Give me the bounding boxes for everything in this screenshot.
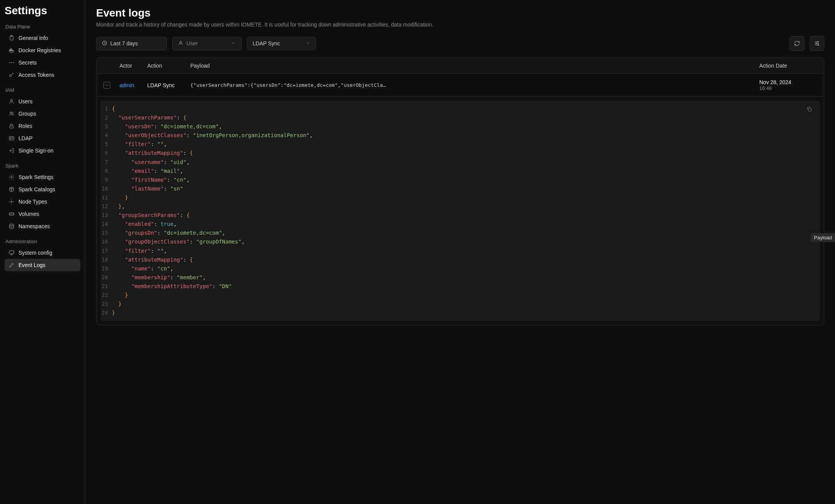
code-line: 21 "membershipAttributeType": "DN" — [100, 282, 820, 291]
date-range-picker[interactable]: Last 7 days — [96, 37, 167, 50]
sidebar-item-spark-catalogs[interactable]: Spark Catalogs — [5, 183, 80, 196]
sidebar-item-label: Docker Registries — [18, 47, 61, 53]
sidebar-item-roles[interactable]: Roles — [5, 120, 80, 132]
line-number: 7 — [100, 158, 112, 167]
line-number: 18 — [100, 255, 112, 264]
action-time: 16:48 — [759, 85, 817, 91]
refresh-button[interactable] — [790, 36, 804, 51]
sidebar-item-system-config[interactable]: System config — [5, 247, 80, 259]
col-action: Action — [147, 63, 190, 69]
sidebar-item-general-info[interactable]: General Info — [5, 32, 80, 44]
sidebar-item-label: Spark Settings — [18, 174, 53, 180]
code-line: 18 "attributeMapping": { — [100, 255, 820, 264]
line-content: "enabled": true, — [112, 220, 177, 229]
code-line: 3 "usersDn": "dc=iomete,dc=com", — [100, 122, 820, 131]
sidebar-item-spark-settings[interactable]: Spark Settings — [5, 171, 80, 183]
line-content: }, — [112, 202, 125, 211]
line-content: "groupObjectClasses": "groupOfNames", — [112, 237, 245, 246]
line-content: { — [112, 104, 115, 113]
event-table: Actor Action Payload Action Date − admin… — [96, 58, 824, 325]
code-line: 17 "filter": "", — [100, 247, 820, 255]
line-number: 1 — [100, 104, 112, 113]
sidebar-item-label: Spark Catalogs — [18, 186, 55, 192]
sidebar-item-label: Roles — [18, 123, 32, 129]
sidebar-item-namespaces[interactable]: Namespaces — [5, 220, 80, 232]
actor-link[interactable]: admin — [120, 82, 134, 88]
line-number: 20 — [100, 273, 112, 282]
line-number: 23 — [100, 300, 112, 308]
code-line: 7 "username": "uid", — [100, 158, 820, 167]
sidebar-item-users[interactable]: Users — [5, 95, 80, 108]
line-number: 17 — [100, 247, 112, 255]
line-content: "filter": "", — [112, 247, 167, 255]
code-line: 11 } — [100, 193, 820, 202]
page-subtitle: Monitor and track a history of changes m… — [96, 22, 824, 28]
table-header: Actor Action Payload Action Date — [96, 58, 824, 74]
line-content: "lastName": "sn" — [112, 184, 183, 193]
pencil-icon — [8, 262, 15, 268]
line-number: 13 — [100, 211, 112, 220]
sidebar-item-label: Volumes — [18, 211, 39, 217]
exit-icon — [8, 148, 15, 154]
code-line: 22 } — [100, 291, 820, 300]
line-content: "filter": "", — [112, 140, 167, 149]
code-line: 15 "groupsDn": "dc=iomete,dc=com", — [100, 229, 820, 237]
collapse-toggle[interactable]: − — [103, 82, 110, 89]
table-row: − admin LDAP Sync {"userSearchParams":{"… — [96, 74, 824, 97]
line-number: 19 — [100, 264, 112, 273]
sidebar-item-volumes[interactable]: Volumes — [5, 208, 80, 220]
line-number: 12 — [100, 202, 112, 211]
svg-rect-14 — [9, 136, 14, 140]
copy-button[interactable] — [806, 106, 815, 114]
action-date: Nov 28, 2024 — [759, 79, 817, 85]
toolbar: Last 7 days User LDAP Sync — [96, 36, 824, 51]
svg-point-23 — [817, 41, 818, 43]
svg-point-24 — [816, 43, 817, 44]
sidebar-item-docker-registries[interactable]: Docker Registries — [5, 44, 80, 56]
sidebar-item-access-tokens[interactable]: Access Tokens — [5, 69, 80, 81]
sidebar-item-label: Node Types — [18, 199, 47, 205]
sidebar-item-event-logs[interactable]: Event Logs — [5, 259, 80, 271]
clipboard-icon — [8, 35, 15, 41]
sidebar-item-label: LDAP — [18, 135, 33, 141]
line-content: "membershipAttributeType": "DN" — [112, 282, 232, 291]
line-content: } — [112, 193, 128, 202]
svg-point-25 — [818, 45, 819, 46]
line-content: "usersDn": "dc=iomete,dc=com", — [112, 122, 222, 131]
settings-sliders-button[interactable] — [810, 36, 824, 51]
line-number: 3 — [100, 122, 112, 131]
code-line: 5 "filter": "", — [100, 140, 820, 149]
sidebar-item-label: Event Logs — [18, 262, 45, 268]
sidebar-title: Settings — [5, 5, 80, 17]
clock-icon — [102, 40, 107, 47]
type-filter-select[interactable]: LDAP Sync — [247, 37, 316, 50]
sidebar-item-label: Users — [18, 98, 33, 104]
code-line: 9 "firstName": "cn", — [100, 176, 820, 184]
key-icon — [8, 72, 15, 78]
database-icon — [8, 223, 15, 229]
line-number: 15 — [100, 229, 112, 237]
user-icon — [8, 98, 15, 104]
line-number: 8 — [100, 167, 112, 176]
line-number: 10 — [100, 184, 112, 193]
line-content: } — [112, 291, 128, 300]
code-line: 10 "lastName": "sn" — [100, 184, 820, 193]
svg-rect-20 — [9, 251, 14, 254]
sidebar-item-ldap[interactable]: LDAP — [5, 132, 80, 144]
sidebar-item-single-sign-on[interactable]: Single Sign-on — [5, 144, 80, 157]
sidebar-item-groups[interactable]: Groups — [5, 108, 80, 120]
code-line: 20 "membership": "member", — [100, 273, 820, 282]
user-icon — [178, 40, 183, 47]
sidebar-item-secrets[interactable]: Secrets — [5, 56, 80, 69]
svg-point-16 — [11, 176, 12, 178]
line-number: 6 — [100, 149, 112, 158]
svg-point-15 — [10, 138, 12, 139]
sidebar-item-label: Access Tokens — [18, 72, 54, 78]
code-line: 19 "name": "cn", — [100, 264, 820, 273]
line-number: 22 — [100, 291, 112, 300]
sidebar-item-node-types[interactable]: Node Types — [5, 196, 80, 208]
user-filter-select[interactable]: User — [172, 37, 241, 50]
code-line: 6 "attributeMapping": { — [100, 149, 820, 158]
user-filter-label: User — [186, 40, 198, 46]
code-line: 13 "groupSearchParams": { — [100, 211, 820, 220]
